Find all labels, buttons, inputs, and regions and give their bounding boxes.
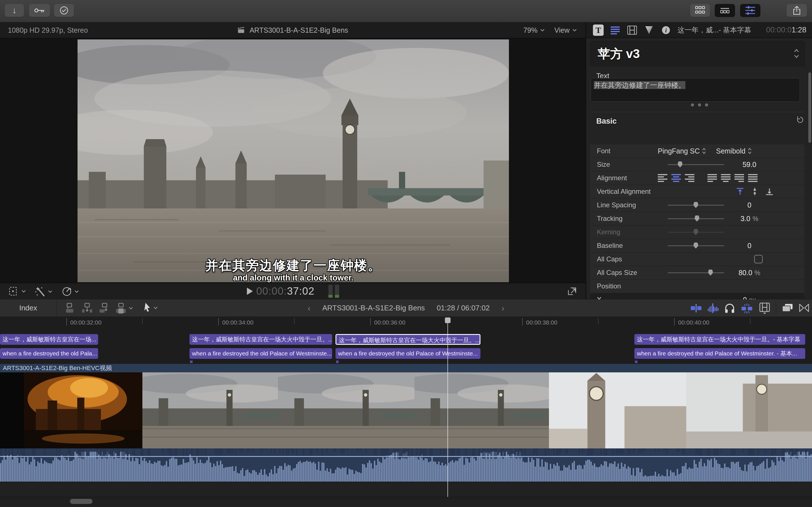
fcp-window: ↓ — [0, 0, 812, 507]
show-browser-button[interactable] — [690, 4, 710, 17]
next-timeline-button[interactable]: › — [502, 303, 504, 313]
background-tasks-button[interactable] — [54, 4, 74, 17]
playhead-handle[interactable] — [445, 318, 451, 323]
video-track-thumbnails[interactable] — [0, 372, 812, 448]
resize-handle-dots[interactable] — [691, 103, 708, 107]
snapping-toggle[interactable] — [741, 303, 753, 314]
all-caps-size-value[interactable]: 80.0% — [728, 269, 770, 277]
solo-toggle[interactable] — [724, 302, 735, 314]
caption-clip-zh-selected[interactable]: 这一年，威斯敏斯特古皇宫在一场大火中毁于一旦。... — [336, 334, 480, 345]
overwrite-edit-menu[interactable] — [115, 302, 133, 314]
reset-section-button[interactable] — [796, 116, 804, 124]
tracking-value[interactable]: 3.0% — [728, 215, 770, 223]
skimming-toggle[interactable] — [690, 303, 702, 313]
share-button[interactable] — [786, 4, 807, 17]
index-button[interactable]: Index — [0, 299, 57, 317]
video-thumbnail-parliament[interactable] — [278, 372, 415, 448]
chevron-down-icon — [153, 306, 158, 309]
import-media-button[interactable]: ↓ — [5, 4, 24, 17]
valign-bottom-button[interactable] — [765, 187, 773, 195]
caption-clip-text: when a fire destroyed the old Palace of … — [635, 348, 805, 359]
viewer-view-menu[interactable]: View — [554, 26, 577, 34]
audio-meter-right[interactable] — [335, 285, 339, 298]
show-inspector-button[interactable] — [740, 4, 760, 17]
scrollbar-thumb[interactable] — [70, 499, 93, 504]
caption-clip-text: when a fire destroyed the old Palace of … — [190, 348, 332, 359]
tab-video-inspector[interactable] — [627, 24, 638, 36]
all-caps-size-slider[interactable] — [668, 272, 724, 273]
retime-menu[interactable] — [61, 286, 79, 297]
trim-mode-button[interactable] — [799, 303, 810, 313]
video-thumbnail-bigben_light[interactable] — [549, 372, 687, 448]
transform-crop-menu[interactable] — [8, 286, 26, 296]
valign-middle-button[interactable] — [751, 187, 759, 195]
video-thumbnail-street_light[interactable] — [686, 372, 812, 448]
insert-edit-button[interactable] — [81, 302, 93, 314]
video-thumbnail-fire[interactable] — [24, 372, 143, 448]
justify-jf-button[interactable] — [748, 174, 758, 182]
audio-waveform-track[interactable] — [0, 448, 812, 482]
caption-clip-en[interactable]: when a fire destroyed the old Palace of … — [635, 348, 805, 359]
caption-clip-zh[interactable]: 这一年，威斯敏斯特古皇宫在一场大火中毁于一旦。... — [190, 334, 332, 345]
viewer-pane: 1080p HD 29.97p, Stereo ARTS3001-B-A-S1E… — [0, 22, 585, 283]
audio-skimming-toggle[interactable] — [707, 303, 719, 314]
justify-jr-button[interactable] — [734, 174, 744, 182]
font-label: Font — [597, 147, 610, 155]
show-timeline-button[interactable] — [715, 4, 735, 17]
inspector-scrollbar[interactable] — [808, 72, 811, 143]
align-center-button[interactable] — [671, 174, 681, 182]
headphones-icon — [724, 302, 735, 314]
previous-timeline-button[interactable]: ‹ — [308, 303, 310, 313]
caption-text-field[interactable]: 并在其旁边修建了一座钟楼。 — [591, 78, 800, 102]
size-value[interactable]: 59.0 — [728, 161, 770, 169]
font-family-popup[interactable]: PingFang SC — [658, 147, 706, 155]
video-frame-art — [78, 40, 509, 282]
baseline-slider[interactable] — [668, 245, 724, 246]
timeline-horizontal-scrollbar[interactable] — [0, 497, 812, 507]
inspector-timecode: 00:00:01:28 — [766, 25, 806, 34]
keywords-button[interactable] — [29, 4, 50, 17]
play-button[interactable] — [246, 287, 253, 295]
viewer-format-info: 1080p HD 29.97p, Stereo — [8, 26, 88, 34]
clip-appearance-menu[interactable] — [759, 302, 770, 314]
font-face-popup[interactable]: Semibold — [716, 147, 752, 155]
align-right-button[interactable] — [685, 174, 695, 182]
connect-edit-button[interactable] — [64, 302, 76, 314]
tab-text-inspector[interactable]: T — [593, 24, 604, 36]
viewer-expand-button[interactable] — [567, 287, 577, 296]
volume-control-line[interactable] — [0, 456, 812, 457]
popup-stepper-icon — [748, 147, 752, 155]
justify-jl-button[interactable] — [707, 174, 717, 182]
caption-clip-zh[interactable]: 这一年，威斯敏斯特古皇宫在一场... — [0, 334, 98, 345]
all-caps-checkbox[interactable] — [754, 255, 763, 263]
justify-jc-button[interactable] — [721, 174, 730, 182]
video-preview[interactable]: 并在其旁边修建了一座钟楼。 and along with it a clock … — [78, 40, 509, 282]
caption-clip-en[interactable]: when a fire destroyed the old Pala... — [0, 348, 98, 359]
duplicate-timeline-button[interactable] — [781, 303, 794, 313]
size-slider[interactable] — [668, 164, 724, 165]
line-spacing-value[interactable]: 0 — [728, 201, 770, 209]
enhancements-menu[interactable] — [35, 286, 52, 297]
inspector-sliders-icon — [745, 5, 756, 15]
tab-mask-inspector[interactable] — [644, 24, 654, 36]
tab-title-inspector[interactable] — [610, 24, 620, 36]
style-stepper[interactable] — [794, 48, 800, 59]
caption-clip-zh[interactable]: 这一年，威斯敏斯特古皇宫在一场大火中毁于一旦。- 基本字幕 — [635, 334, 805, 345]
font-family-value: PingFang SC — [658, 147, 700, 155]
valign-top-button[interactable] — [736, 187, 744, 195]
playhead-line[interactable] — [448, 318, 448, 497]
tracking-slider[interactable] — [668, 218, 724, 219]
viewer-zoom-menu[interactable]: 79% — [523, 26, 545, 34]
caption-clip-en[interactable]: when a fire destroyed the old Palace of … — [336, 348, 480, 359]
append-edit-button[interactable] — [99, 302, 110, 314]
line-spacing-slider[interactable] — [668, 205, 724, 206]
video-thumbnail-parliament[interactable] — [414, 372, 550, 448]
video-thumbnail-parliament[interactable] — [142, 372, 278, 448]
caption-clip-en[interactable]: when a fire destroyed the old Palace of … — [190, 348, 332, 359]
tool-select-menu[interactable] — [143, 302, 158, 314]
align-left-button[interactable] — [658, 174, 667, 182]
audio-meter-left[interactable] — [328, 285, 333, 298]
baseline-value[interactable]: 0 — [728, 242, 770, 250]
timeline-ruler[interactable]: 00:00:32:0000:00:34:0000:00:36:0000:00:3… — [0, 317, 812, 329]
tab-info-inspector[interactable]: i — [661, 24, 671, 36]
